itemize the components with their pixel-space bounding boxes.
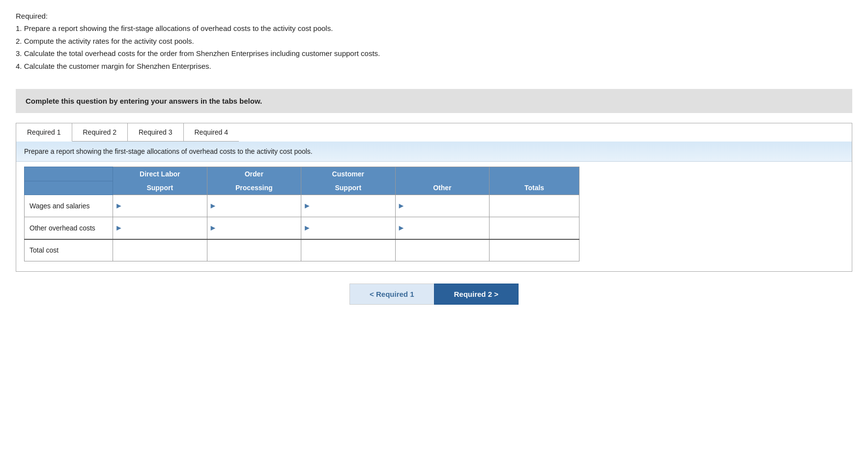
header-empty-3 [490,167,579,181]
tab-description: Prepare a report showing the first-stage… [16,142,852,162]
row-overhead: Other overhead costs ► ► [25,217,579,240]
label-total: Total cost [25,239,113,261]
complete-banner: Complete this question by entering your … [16,89,852,113]
navigation-buttons: < Required 1 Required 2 > [16,284,852,305]
arrow-overhead-other: ► [398,224,405,232]
tabs-row: Required 1 Required 2 Required 3 Require… [16,123,852,142]
arrow-wages-order: ► [209,202,217,210]
arrow-overhead-order: ► [209,224,217,232]
instructions-heading: Required: [16,12,852,20]
instruction-item-3: 3. Calculate the total overhead costs fo… [16,47,852,60]
cell-total-other[interactable] [395,239,490,261]
cell-wages-other[interactable]: ► [395,195,490,217]
tab-panel-required-1: Prepare a report showing the first-stage… [16,142,852,261]
cell-total-order[interactable] [207,239,301,261]
cell-wages-customer[interactable]: ► [301,195,396,217]
cell-overhead-customer[interactable]: ► [301,217,396,240]
input-overhead-order[interactable] [208,219,300,237]
header-label-empty [25,181,113,195]
header-support: Support [113,181,207,195]
tab-required-1[interactable]: Required 1 [16,123,72,142]
table-wrapper: Direct Labor Order Customer Support Proc… [16,167,852,261]
cell-total-customer[interactable] [301,239,396,261]
header-direct-labor: Direct Labor [113,167,207,181]
input-total-order[interactable] [207,241,301,259]
label-overhead: Other overhead costs [25,217,113,240]
input-overhead-total[interactable] [490,219,579,237]
next-button[interactable]: Required 2 > [434,284,519,305]
arrow-overhead-customer: ► [303,224,311,232]
cell-wages-direct-labor[interactable]: ► [113,195,207,217]
cell-wages-order[interactable]: ► [207,195,301,217]
cell-overhead-other[interactable]: ► [395,217,490,240]
cell-overhead-total[interactable] [490,217,579,240]
input-wages-order[interactable] [208,197,300,215]
input-total-totals[interactable] [490,241,579,259]
instruction-list: 1. Prepare a report showing the first-st… [16,22,852,72]
input-wages-customer[interactable] [302,197,394,215]
header-row-2: Support Processing Support Other Totals [25,181,579,195]
header-order: Order [207,167,301,181]
tab-required-4[interactable]: Required 4 [184,123,239,142]
overhead-table: Direct Labor Order Customer Support Proc… [24,167,579,261]
tab-required-3[interactable]: Required 3 [128,123,184,142]
header-empty-1 [25,167,113,181]
input-wages-other[interactable] [397,197,489,215]
cell-total-totals[interactable] [490,239,579,261]
header-other: Other [395,181,490,195]
arrow-overhead-dl: ► [115,224,123,232]
cell-overhead-order[interactable]: ► [207,217,301,240]
header-empty-2 [395,167,490,181]
instruction-item-4: 4. Calculate the customer margin for She… [16,60,852,73]
row-total: Total cost [25,239,579,261]
input-overhead-direct-labor[interactable] [114,219,206,237]
tab-container: Required 1 Required 2 Required 3 Require… [16,123,852,272]
input-overhead-other[interactable] [397,219,489,237]
arrow-wages-customer: ► [303,202,311,210]
cell-wages-total[interactable] [490,195,579,217]
label-wages: Wages and salaries [25,195,113,217]
input-total-other[interactable] [396,241,490,259]
tab-required-2[interactable]: Required 2 [72,123,128,142]
header-totals: Totals [490,181,579,195]
arrow-wages-dl: ► [115,202,123,210]
cell-total-direct-labor[interactable] [113,239,207,261]
input-total-customer[interactable] [301,241,395,259]
header-customer-support: Support [301,181,396,195]
header-customer: Customer [301,167,396,181]
arrow-wages-other: ► [398,202,405,210]
instruction-item-2: 2. Compute the activity rates for the ac… [16,35,852,48]
input-overhead-customer[interactable] [302,219,394,237]
input-wages-direct-labor[interactable] [114,197,206,215]
input-wages-total[interactable] [490,197,579,215]
instructions-section: Required: 1. Prepare a report showing th… [16,12,852,72]
input-total-direct-labor[interactable] [113,241,207,259]
header-processing: Processing [207,181,301,195]
cell-overhead-direct-labor[interactable]: ► [113,217,207,240]
row-wages: Wages and salaries ► ► [25,195,579,217]
instruction-item-1: 1. Prepare a report showing the first-st… [16,22,852,35]
header-row-1: Direct Labor Order Customer [25,167,579,181]
prev-button[interactable]: < Required 1 [349,284,434,305]
